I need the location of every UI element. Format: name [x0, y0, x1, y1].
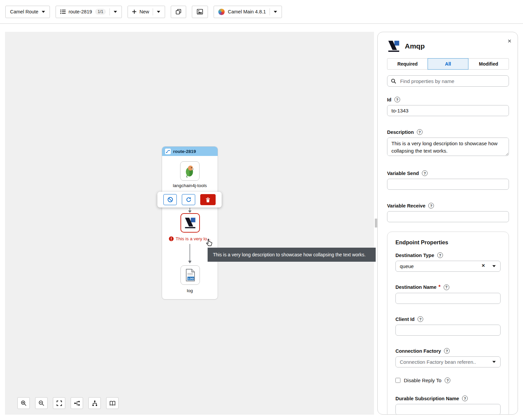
id-field: Id [387, 97, 509, 116]
help-icon[interactable] [437, 252, 443, 258]
connection-factory-field: Connection Factory [395, 348, 501, 367]
horizontal-layout-icon [74, 401, 80, 406]
help-icon[interactable] [417, 129, 423, 135]
flow-canvas[interactable]: route-2819 langchain4j-tools [5, 32, 374, 415]
routes-list-icon [60, 9, 66, 14]
disable-reply-to-label: Disable Reply To [404, 377, 441, 383]
expand-icon [57, 401, 62, 406]
endpoint-properties-section: Endpoint Properties Destination Type ✕ D… [387, 232, 509, 415]
help-icon[interactable] [394, 97, 400, 102]
zoom-out-button[interactable] [35, 397, 48, 409]
plus-icon [132, 10, 136, 14]
top-toolbar: Camel Route route-2819 1/1 New [0, 0, 523, 24]
description-input[interactable]: This is a very long description to showc… [387, 138, 509, 156]
node-langchain4j-tools[interactable] [180, 161, 200, 181]
fit-to-screen-button[interactable] [53, 397, 65, 409]
client-id-label: Client Id [395, 317, 415, 322]
panel-title: Amqp [405, 42, 425, 50]
flow-type-dropdown[interactable]: Camel Route [5, 6, 50, 18]
search-input[interactable] [387, 75, 509, 87]
help-icon[interactable] [444, 348, 450, 354]
divider [109, 8, 110, 15]
error-icon [169, 236, 174, 241]
variable-receive-input[interactable] [387, 211, 509, 222]
log-icon: LOG [184, 268, 197, 282]
route-count-badge: 1/1 [95, 9, 106, 15]
route-selector-dropdown[interactable]: route-2819 1/1 [56, 6, 122, 18]
zoom-out-icon [39, 400, 44, 406]
tab-required[interactable]: Required [387, 58, 428, 70]
zoom-in-button[interactable] [17, 397, 30, 409]
client-id-input[interactable] [395, 325, 501, 336]
zoom-in-icon [21, 400, 26, 406]
properties-panel: Amqp ✕ Required All Modified Id Descript… [377, 32, 518, 415]
node-log-label: log [162, 288, 218, 293]
help-icon[interactable] [462, 396, 468, 401]
id-input[interactable] [387, 105, 509, 116]
replace-node-button[interactable] [182, 194, 195, 205]
svg-text:LOG: LOG [188, 277, 194, 280]
horizontal-layout-button[interactable] [71, 397, 83, 409]
new-dropdown[interactable]: New [128, 6, 165, 18]
disable-node-button[interactable] [163, 194, 177, 205]
destination-name-field: Destination Name * [395, 284, 501, 304]
panel-resize-handle[interactable] [374, 219, 377, 228]
destination-type-label: Destination Type [395, 253, 434, 258]
durable-subscription-name-label: Durable Subscription Name [395, 396, 459, 401]
langchain4j-tools-icon [183, 164, 197, 178]
connection-factory-label: Connection Factory [395, 348, 441, 354]
destination-name-input[interactable] [395, 293, 501, 304]
durable-subscription-name-input[interactable] [395, 404, 501, 415]
divider [153, 8, 153, 15]
required-indicator: * [438, 284, 440, 290]
client-id-field: Client Id [395, 316, 501, 336]
id-field-label: Id [387, 97, 391, 102]
node-amqp-error-text: This is a very lo... [175, 236, 211, 241]
canvas-controls [17, 397, 119, 409]
search-icon [391, 79, 396, 84]
cursor-pointer-icon [206, 239, 213, 247]
divider [270, 8, 270, 15]
disable-reply-to-field: Disable Reply To [395, 377, 501, 383]
disable-reply-to-checkbox[interactable] [395, 378, 400, 383]
variable-send-label: Variable Send [387, 171, 419, 176]
destination-type-field: Destination Type ✕ [395, 252, 501, 272]
node-log[interactable]: LOG [180, 265, 200, 285]
variable-send-input[interactable] [387, 179, 509, 190]
help-icon[interactable] [418, 316, 423, 322]
vertical-layout-icon [92, 400, 97, 406]
flow-type-label: Camel Route [10, 9, 39, 14]
new-button-label: New [139, 9, 149, 14]
trash-icon [206, 197, 210, 202]
panel-header: Amqp ✕ [387, 39, 509, 53]
route-group-header[interactable]: route-2819 [162, 147, 218, 156]
help-icon[interactable] [428, 203, 434, 208]
delete-node-button[interactable] [200, 194, 216, 205]
node-amqp[interactable] [180, 213, 200, 233]
filter-tabs: Required All Modified [387, 58, 509, 70]
copy-icon [176, 9, 181, 14]
help-icon[interactable] [445, 377, 450, 383]
copy-flow-button[interactable] [171, 6, 186, 18]
node-action-toolbar [157, 192, 222, 207]
chevron-down-icon[interactable] [492, 361, 496, 363]
catalog-button[interactable] [106, 397, 119, 409]
description-tooltip: This is a very long description to showc… [208, 248, 376, 262]
chevron-down-icon [274, 11, 277, 13]
durable-subscription-name-field: Durable Subscription Name [395, 396, 501, 415]
destination-name-label: Destination Name [395, 284, 436, 290]
vertical-layout-button[interactable] [88, 397, 101, 409]
connection-factory-select[interactable] [395, 356, 501, 367]
help-icon[interactable] [422, 170, 428, 176]
close-panel-button[interactable]: ✕ [507, 38, 512, 44]
chevron-down-icon[interactable] [492, 265, 496, 267]
runtime-dropdown[interactable]: Camel Main 4.8.1 [214, 6, 282, 18]
variable-receive-label: Variable Receive [387, 203, 425, 208]
properties-search [387, 75, 509, 87]
export-image-button[interactable] [192, 6, 208, 18]
tab-modified[interactable]: Modified [468, 58, 509, 70]
help-icon[interactable] [444, 284, 449, 290]
camel-logo-icon [218, 9, 225, 15]
clear-selection-button[interactable]: ✕ [481, 263, 485, 268]
tab-all[interactable]: All [428, 58, 468, 70]
